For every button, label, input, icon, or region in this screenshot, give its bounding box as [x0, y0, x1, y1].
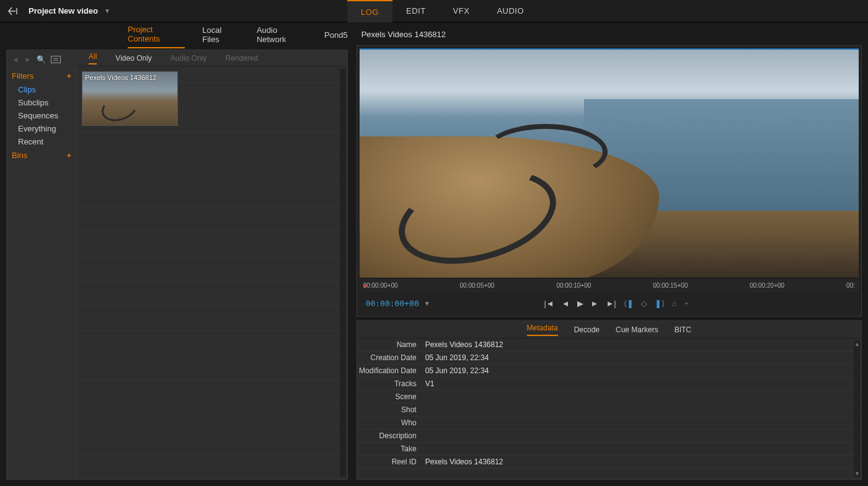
viewer-title: Pexels Videos 1436812	[356, 27, 862, 42]
tl-mark: 00:00:15+00	[653, 282, 688, 289]
meta-tab-bitc[interactable]: BITC	[675, 325, 691, 334]
main-tabs: LOG EDIT VFX AUDIO	[347, 0, 538, 22]
tab-edit[interactable]: EDIT	[392, 0, 440, 22]
metadata-label: Who	[357, 418, 422, 427]
metadata-value[interactable]: Pexels Videos 1436812	[422, 457, 861, 466]
source-tab-local-files[interactable]: Local Files	[202, 25, 239, 48]
tl-mark: 00:	[846, 282, 855, 289]
goto-start-icon[interactable]: |◄	[544, 299, 554, 308]
filter-tab-audio-only[interactable]: Audio Only	[170, 54, 207, 63]
metadata-row: NamePexels Videos 1436812	[357, 338, 861, 351]
browser-sidebar: ◄ ► 🔍 Filters + Clips Subclips Sequences…	[7, 50, 76, 479]
metadata-rows: ▲ ▼ NamePexels Videos 1436812Creation Da…	[357, 338, 861, 479]
metadata-row: Description	[357, 430, 861, 443]
project-title: Project New video	[29, 6, 98, 15]
metadata-row: Take	[357, 443, 861, 456]
view-mode-icon[interactable]	[51, 56, 61, 63]
tab-log[interactable]: LOG	[347, 0, 392, 22]
tab-audio[interactable]: AUDIO	[483, 0, 538, 22]
filter-tab-video-only[interactable]: Video Only	[115, 54, 151, 63]
back-icon[interactable]	[7, 5, 20, 17]
project-dropdown-icon[interactable]: ▼	[104, 7, 110, 14]
play-icon[interactable]: ▶	[577, 299, 583, 308]
clip-thumbnail-label: Pexels Videos 1436812	[85, 74, 156, 81]
tl-mark: 00:00:20+00	[750, 282, 784, 289]
filter-sequences[interactable]: Sequences	[12, 109, 71, 122]
filter-subclips[interactable]: Subclips	[12, 96, 71, 109]
metadata-row: Creation Date05 Jun 2019, 22:34	[357, 351, 861, 365]
filter-recent[interactable]: Recent	[12, 135, 71, 148]
add-filter-icon[interactable]: +	[66, 71, 71, 81]
metadata-row: Reel IDPexels Videos 1436812	[357, 456, 861, 469]
filters-header: Filters +	[12, 71, 71, 81]
source-tab-project-contents[interactable]: Project Contents	[128, 25, 185, 48]
meta-tab-metadata[interactable]: Metadata	[527, 324, 558, 336]
add-icon[interactable]: +	[684, 299, 689, 308]
filter-clips[interactable]: Clips	[12, 83, 71, 96]
mark-in-icon[interactable]: ⟨❚	[624, 299, 634, 308]
metadata-value[interactable]: 05 Jun 2019, 22:34	[422, 353, 861, 362]
search-icon[interactable]: 🔍	[37, 55, 46, 64]
nav-fwd-icon[interactable]: ►	[24, 55, 32, 64]
metadata-value[interactable]: Pexels Videos 1436812	[422, 340, 861, 349]
source-tab-pond5[interactable]: Pond5	[324, 30, 348, 43]
right-panel: Pexels Videos 1436812 ▸ 00:00:00+00 00:0…	[354, 22, 868, 486]
filter-tabs: All Video Only Audio Only Rendered	[76, 50, 347, 66]
viewer-timeline[interactable]: ▸ 00:00:00+00 00:00:05+00 00:00:10+00 00…	[360, 278, 859, 293]
home-icon[interactable]: ⌂	[672, 299, 677, 308]
metadata-scrollbar[interactable]: ▲ ▼	[854, 341, 860, 477]
clip-thumbnail[interactable]: Pexels Videos 1436812	[82, 71, 178, 126]
metadata-row: TracksV1	[357, 378, 861, 391]
filter-everything[interactable]: Everything	[12, 122, 71, 135]
timecode-display[interactable]: 00:00:00+00	[366, 299, 419, 308]
marker-icon[interactable]: ◇	[641, 299, 647, 308]
grid-scrollbar[interactable]	[340, 69, 346, 477]
bins-label: Bins	[12, 151, 27, 160]
left-panel: Project Contents Local Files Audio Netwo…	[0, 22, 354, 486]
metadata-value[interactable]: V1	[422, 379, 861, 388]
metadata-label: Description	[357, 431, 422, 440]
source-tab-audio-network[interactable]: Audio Network	[257, 25, 307, 48]
top-bar: Project New video ▼ LOG EDIT VFX AUDIO	[0, 0, 868, 22]
metadata-label: Reel ID	[357, 457, 422, 466]
metadata-row: Shot	[357, 404, 861, 417]
metadata-label: Creation Date	[357, 353, 422, 362]
content-browser: ◄ ► 🔍 Filters + Clips Subclips Sequences…	[6, 50, 348, 480]
tl-mark: 00:00:00+00	[363, 282, 398, 289]
metadata-label: Scene	[357, 392, 422, 401]
metadata-label: Name	[357, 340, 422, 349]
metadata-tabs: Metadata Decode Cue Markers BITC	[357, 321, 861, 338]
tl-mark: 00:00:05+00	[460, 282, 495, 289]
metadata-label: Take	[357, 444, 422, 453]
metadata-panel: Metadata Decode Cue Markers BITC ▲ ▼ Nam…	[356, 320, 862, 480]
metadata-row: Modification Date05 Jun 2019, 22:34	[357, 365, 861, 378]
metadata-row: Scene	[357, 391, 861, 404]
filter-tab-rendered[interactable]: Rendered	[226, 54, 259, 63]
metadata-label: Tracks	[357, 379, 422, 388]
playhead-icon[interactable]: ▸	[363, 281, 367, 289]
viewer-canvas[interactable]	[360, 48, 859, 278]
meta-tab-cue-markers[interactable]: Cue Markers	[616, 325, 658, 334]
timecode-dropdown-icon[interactable]: ▼	[424, 300, 430, 307]
metadata-value[interactable]: 05 Jun 2019, 22:34	[422, 366, 861, 375]
transport-controls: 00:00:00+00 ▼ |◄ ◄ ▶ ► ►| ⟨❚ ◇ ❚⟩ ⌂ +	[360, 293, 859, 314]
meta-tab-decode[interactable]: Decode	[574, 325, 600, 334]
mark-out-icon[interactable]: ❚⟩	[655, 299, 665, 308]
step-fwd-icon[interactable]: ►	[591, 299, 599, 308]
filters-label: Filters	[12, 71, 33, 81]
nav-back-icon[interactable]: ◄	[12, 55, 19, 64]
bins-header: Bins +	[12, 151, 71, 160]
filter-tab-all[interactable]: All	[89, 52, 97, 64]
add-bin-icon[interactable]: +	[66, 151, 71, 160]
step-back-icon[interactable]: ◄	[562, 299, 570, 308]
tab-vfx[interactable]: VFX	[440, 0, 484, 22]
metadata-row: Who	[357, 417, 861, 430]
tl-mark: 00:00:10+00	[556, 282, 591, 289]
clip-grid[interactable]: Pexels Videos 1436812	[76, 66, 347, 479]
metadata-label: Shot	[357, 405, 422, 414]
source-tabs: Project Contents Local Files Audio Netwo…	[6, 27, 348, 46]
goto-end-icon[interactable]: ►|	[606, 299, 616, 308]
viewer-frame: ▸ 00:00:00+00 00:00:05+00 00:00:10+00 00…	[356, 45, 862, 317]
metadata-label: Modification Date	[357, 366, 422, 375]
